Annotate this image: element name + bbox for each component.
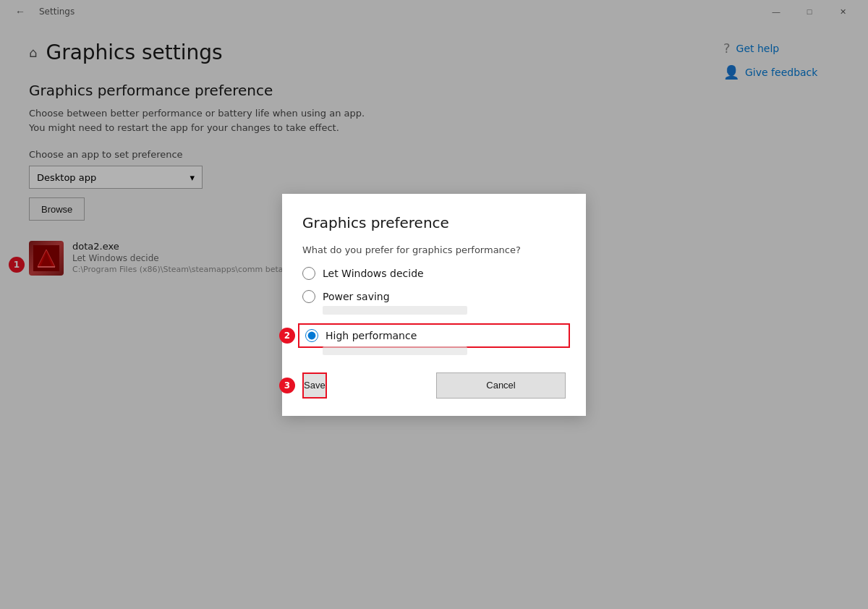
cancel-button[interactable]: Cancel bbox=[436, 372, 566, 399]
radio-power-saving[interactable]: Power saving bbox=[302, 290, 566, 303]
radio-power-saving-wrapper: Power saving bbox=[302, 290, 566, 318]
blur-line-high bbox=[323, 346, 467, 355]
radio-label-power: Power saving bbox=[323, 291, 390, 302]
radio-label-windows: Let Windows decide bbox=[323, 268, 424, 279]
dialog-title: Graphics preference bbox=[302, 214, 566, 231]
save-button[interactable]: Save bbox=[302, 372, 327, 399]
radio-input-windows[interactable] bbox=[302, 267, 315, 280]
dialog-question: What do you prefer for graphics performa… bbox=[302, 244, 566, 255]
radio-input-high-perf[interactable] bbox=[305, 329, 318, 342]
radio-high-perf[interactable]: High performance bbox=[302, 328, 566, 344]
radio-label-high-perf: High performance bbox=[326, 330, 417, 341]
radio-input-power[interactable] bbox=[302, 290, 315, 303]
dialog-buttons: 3 Save Cancel bbox=[302, 372, 566, 399]
save-button-wrapper: Save bbox=[302, 372, 430, 399]
step-badge-3: 3 bbox=[279, 378, 295, 393]
radio-group: Let Windows decide Power saving 2 High p… bbox=[302, 267, 566, 358]
radio-let-windows[interactable]: Let Windows decide bbox=[302, 267, 566, 280]
blur-line-power bbox=[323, 306, 467, 315]
modal-overlay: Graphics preference What do you prefer f… bbox=[0, 0, 868, 609]
radio-high-perf-wrapper: 2 High performance bbox=[302, 328, 566, 358]
graphics-preference-dialog: Graphics preference What do you prefer f… bbox=[282, 194, 586, 416]
step-badge-2: 2 bbox=[279, 328, 295, 344]
